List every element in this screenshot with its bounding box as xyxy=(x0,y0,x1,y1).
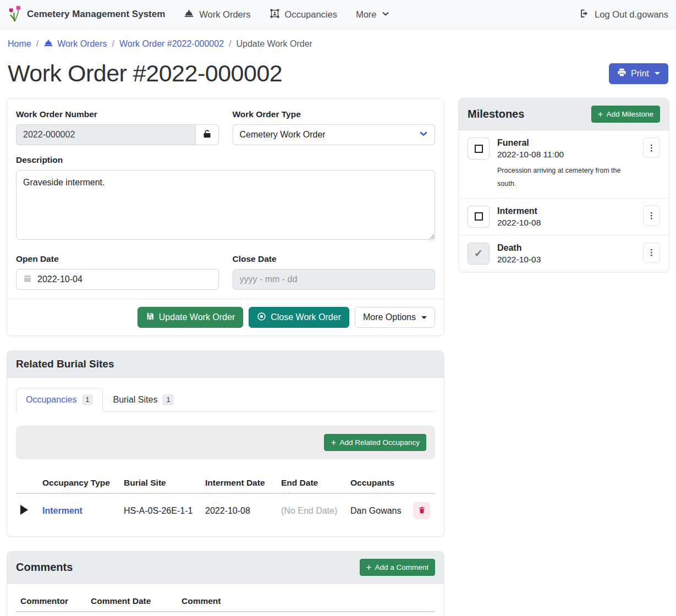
kebab-icon: ⋮ xyxy=(647,211,656,221)
milestone-description: Procession arriving at cemetery from the… xyxy=(497,164,624,191)
milestone-item-interment: Interment 2022-10-08 ⋮ xyxy=(459,198,669,235)
add-comment-button[interactable]: + Add a Comment xyxy=(360,559,435,576)
add-related-occupancy-button[interactable]: + Add Related Occupancy xyxy=(324,434,426,451)
column-header: Occupants xyxy=(346,473,409,493)
nav-item-occupancies[interactable]: Occupancies xyxy=(270,8,337,21)
logout-button[interactable]: Log Out d.gowans xyxy=(579,8,668,21)
hard-hat-icon xyxy=(184,8,194,21)
app-brand[interactable]: Cemetery Management System xyxy=(8,4,165,25)
unlock-icon xyxy=(202,129,212,140)
commentor-cell: d.gowans xyxy=(16,612,86,616)
breadcrumb-separator: / xyxy=(229,39,231,49)
column-header: Burial Site xyxy=(119,473,201,493)
occupancy-icon xyxy=(270,8,280,21)
related-tabs: Occupancies 1 Burial Sites 1 xyxy=(16,388,435,412)
work-order-form-card: Work Order Number xyxy=(7,98,444,336)
milestone-item-funeral: Funeral 2022-10-08 11:00 Procession arri… xyxy=(459,130,669,198)
plus-icon: + xyxy=(331,438,336,447)
open-date-input[interactable] xyxy=(37,274,212,284)
milestone-menu-button[interactable]: ⋮ xyxy=(643,243,660,263)
close-date-input[interactable] xyxy=(233,269,436,290)
work-order-type-label: Work Order Type xyxy=(233,109,436,119)
right-column: Milestones + Add Milestone Funeral 2022-… xyxy=(458,98,669,287)
work-order-type-select[interactable]: Cemetery Work Order xyxy=(233,124,436,145)
add-milestone-button[interactable]: + Add Milestone xyxy=(591,106,661,123)
occupancies-table: Occupancy Type Burial Site Interment Dat… xyxy=(16,473,435,527)
occupancy-row: Interment HS-A-0S-26E-1-1 2022-10-08 (No… xyxy=(16,493,435,527)
nav-label: More xyxy=(356,9,377,20)
column-header: Occupancy Type xyxy=(38,473,119,493)
kebab-icon: ⋮ xyxy=(647,143,656,153)
breadcrumb-work-order-number[interactable]: Work Order #2022-000002 xyxy=(119,39,224,49)
nav-label: Work Orders xyxy=(199,9,250,20)
breadcrumb-home[interactable]: Home xyxy=(8,39,31,49)
interment-date-cell: 2022-10-08 xyxy=(201,493,277,527)
milestones-title: Milestones xyxy=(468,108,524,120)
left-column: Work Order Number xyxy=(7,98,444,616)
column-header: Commentor xyxy=(16,591,86,612)
hard-hat-icon xyxy=(43,38,53,50)
trash-icon xyxy=(418,506,426,516)
breadcrumb: Home / Work Orders / Work Order #2022-00… xyxy=(0,29,676,56)
burial-site-cell: HS-A-0S-26E-1-1 xyxy=(119,493,201,527)
milestone-item-death: ✓ Death 2022-10-03 ⋮ xyxy=(459,235,669,272)
description-label: Description xyxy=(16,155,435,165)
comments-card: Comments + Add a Comment Commentor Comme… xyxy=(7,551,444,616)
close-work-order-button[interactable]: Close Work Order xyxy=(249,307,349,328)
open-date-group xyxy=(16,269,219,290)
work-order-number-input[interactable] xyxy=(16,124,195,145)
app-title: Cemetery Management System xyxy=(27,9,165,20)
check-icon: ✓ xyxy=(474,248,483,258)
milestone-date: 2022-10-08 11:00 xyxy=(497,150,635,160)
breadcrumb-work-orders[interactable]: Work Orders xyxy=(43,38,107,50)
nav-label: Occupancies xyxy=(285,9,337,20)
expand-row-icon[interactable] xyxy=(20,505,28,515)
column-header: Comment Date xyxy=(86,591,177,612)
work-order-number-group xyxy=(16,124,219,145)
column-header: Interment Date xyxy=(201,473,277,493)
tab-burial-sites[interactable]: Burial Sites 1 xyxy=(103,388,184,412)
plus-icon: + xyxy=(366,563,372,572)
update-work-order-button[interactable]: Update Work Order xyxy=(138,307,243,328)
column-header: End Date xyxy=(277,473,346,493)
occupancy-type-link[interactable]: Interment xyxy=(42,506,83,515)
column-header: Comment xyxy=(177,591,365,612)
plus-icon: + xyxy=(598,109,603,119)
delete-occupancy-button[interactable] xyxy=(413,502,430,519)
milestone-checkbox[interactable] xyxy=(468,206,490,228)
tab-count-badge: 1 xyxy=(82,394,94,405)
milestone-date: 2022-10-03 xyxy=(497,255,635,265)
milestone-checkbox-checked[interactable]: ✓ xyxy=(468,243,490,265)
milestones-card: Milestones + Add Milestone Funeral 2022-… xyxy=(458,98,669,272)
title-row: Work Order #2022-000002 Print xyxy=(0,56,676,98)
milestone-name: Interment xyxy=(497,206,635,216)
comment-date-cell: 2022-10-07 10:08 xyxy=(86,612,177,616)
breadcrumb-separator: / xyxy=(112,39,114,49)
print-button[interactable]: Print xyxy=(609,63,668,84)
unlock-button[interactable] xyxy=(195,124,218,145)
nav-item-work-orders[interactable]: Work Orders xyxy=(184,8,250,21)
description-textarea[interactable] xyxy=(16,170,435,240)
milestone-menu-button[interactable]: ⋮ xyxy=(643,138,660,158)
breadcrumb-current: Update Work Order xyxy=(236,39,312,49)
milestone-menu-button[interactable]: ⋮ xyxy=(643,206,660,226)
more-options-button[interactable]: More Options xyxy=(355,307,435,328)
tulip-logo-icon xyxy=(8,4,21,25)
open-date-label: Open Date xyxy=(16,254,219,264)
top-navbar: Cemetery Management System Work Orders O… xyxy=(0,0,676,29)
milestone-name: Death xyxy=(497,243,635,253)
occupancy-toolbar: + Add Related Occupancy xyxy=(16,426,435,459)
tab-occupancies[interactable]: Occupancies 1 xyxy=(16,388,103,412)
kebab-icon: ⋮ xyxy=(647,248,656,257)
chevron-down-icon xyxy=(419,129,428,140)
printer-icon xyxy=(617,68,626,79)
caret-down-icon xyxy=(655,72,660,75)
work-order-number-label: Work Order Number xyxy=(16,109,219,119)
page-title: Work Order #2022-000002 xyxy=(8,60,282,87)
chevron-down-icon xyxy=(382,9,389,20)
comment-cell: Family scheduled to be on site at 12:30. xyxy=(177,612,365,616)
milestone-checkbox[interactable] xyxy=(468,138,490,160)
logout-label: Log Out d.gowans xyxy=(595,9,668,20)
close-date-label: Close Date xyxy=(233,254,436,264)
nav-item-more[interactable]: More xyxy=(356,9,389,20)
